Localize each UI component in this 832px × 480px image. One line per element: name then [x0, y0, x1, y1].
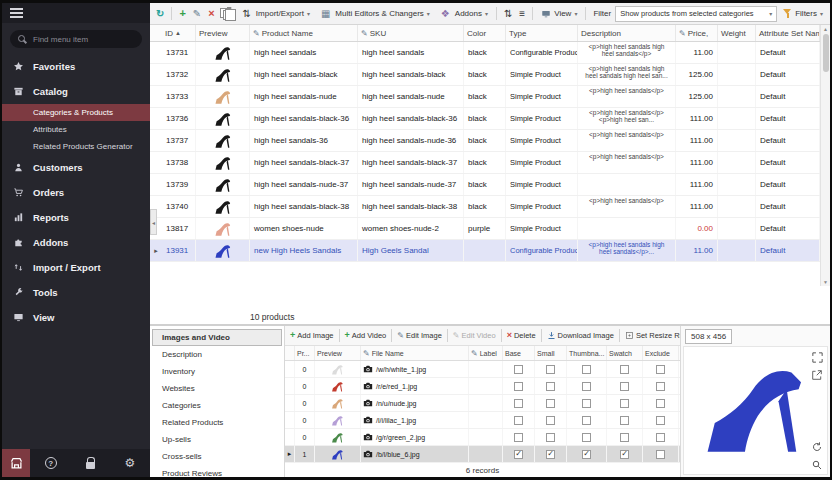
help-icon[interactable]: ? [45, 457, 57, 469]
delete-image-button[interactable]: ×Delete [505, 330, 538, 341]
column-header-thumbnail[interactable]: Thumbna... [567, 346, 607, 360]
image-row[interactable]: 0/w/h/white_1.jpg [285, 361, 680, 378]
product-row[interactable]: 13732high heel sandals-blackhigh heel sa… [150, 64, 830, 86]
sidebar-item-attributes[interactable]: Attributes [2, 121, 150, 138]
exclude-checkbox[interactable] [656, 450, 665, 459]
column-header-price[interactable]: ✎Price, [676, 25, 718, 41]
sidebar-item-import-export[interactable]: Import / Export [2, 255, 150, 280]
image-row[interactable]: 0/g/r/green_2.jpg [285, 429, 680, 446]
addons-menu[interactable]: ❖ Addons ▾ [436, 6, 491, 22]
product-row[interactable]: ▸13931new High Heels SandalsHigh Geels S… [150, 240, 830, 262]
small-checkbox[interactable]: ✓ [546, 450, 555, 459]
exclude-checkbox[interactable] [656, 433, 665, 442]
column-header-name[interactable]: ✎Product Name [250, 25, 358, 41]
base-checkbox[interactable]: ✓ [514, 450, 523, 459]
small-checkbox[interactable] [546, 399, 555, 408]
exclude-checkbox[interactable] [656, 399, 665, 408]
column-header-sku[interactable]: ✎SKU [358, 25, 464, 41]
column-header-swatch[interactable]: Swatch [607, 346, 643, 360]
exclude-checkbox[interactable] [656, 416, 665, 425]
thumbnail-checkbox[interactable]: ✓ [582, 450, 591, 459]
copy-button[interactable] [220, 8, 222, 20]
thumbnail-checkbox[interactable] [582, 365, 591, 374]
base-checkbox[interactable] [514, 365, 523, 374]
base-checkbox[interactable] [514, 382, 523, 391]
thumbnail-checkbox[interactable] [582, 382, 591, 391]
external-link-icon[interactable] [811, 367, 824, 380]
zoom-icon[interactable] [811, 457, 824, 470]
tab-cross-sells[interactable]: Cross-sells [152, 448, 282, 465]
tab-images-and-video[interactable]: Images and Video [152, 329, 282, 346]
product-row[interactable]: 13738high heel sandals-black-37high heel… [150, 152, 830, 174]
swatch-checkbox[interactable]: ✓ [620, 450, 629, 459]
tab-product-reviews[interactable]: Product Reviews [152, 465, 282, 480]
image-row[interactable]: 0/r/e/red_1.jpg [285, 378, 680, 395]
sidebar-item-customers[interactable]: Customers [2, 155, 150, 180]
product-row[interactable]: 13817women shoes-nudewomen shoes-nude-2p… [150, 218, 830, 240]
add-product-button[interactable]: + [177, 7, 187, 20]
paste-button[interactable] [225, 8, 227, 20]
product-row[interactable]: 13740high heel sandals-black-38high heel… [150, 196, 830, 218]
lock-icon[interactable] [86, 462, 95, 469]
column-header-weight[interactable]: Weight [718, 25, 756, 41]
set-resize-rule-button[interactable]: Set Resize Rule ▾ [623, 330, 680, 341]
swatch-checkbox[interactable] [620, 382, 629, 391]
edit-product-button[interactable]: ✎ [191, 8, 203, 20]
exclude-checkbox[interactable] [656, 382, 665, 391]
delete-product-button[interactable]: × [206, 7, 216, 20]
add-video-button[interactable]: +Add Video [343, 330, 389, 341]
filters-button[interactable]: Filters ▾ [780, 7, 826, 21]
swatch-checkbox[interactable] [620, 399, 629, 408]
resize-dimensions-field[interactable]: 508 x 456 [685, 329, 732, 344]
import-export-menu[interactable]: ⇅ Import/Export ▾ [237, 6, 312, 22]
exclude-checkbox[interactable] [656, 365, 665, 374]
sidebar-item-reports[interactable]: Reports [2, 205, 150, 230]
tab-description[interactable]: Description [152, 346, 282, 363]
column-header-preview[interactable]: Preview [315, 346, 361, 360]
column-header-attr[interactable]: Attribute Set Name [756, 25, 820, 41]
view-menu[interactable]: View ▾ [538, 7, 580, 21]
column-header-color[interactable]: Color [464, 25, 506, 41]
tab-inventory[interactable]: Inventory [152, 363, 282, 380]
product-row[interactable]: 13731high heel sandalshigh heel sandalsb… [150, 42, 830, 64]
download-image-button[interactable]: Download Image [545, 330, 616, 341]
rotate-icon[interactable] [811, 439, 824, 452]
small-checkbox[interactable] [546, 416, 555, 425]
small-checkbox[interactable] [546, 365, 555, 374]
columns-button[interactable]: ≡ [517, 8, 527, 20]
menu-icon[interactable] [10, 12, 23, 14]
refresh-button[interactable]: ↻ [154, 8, 166, 20]
store-icon[interactable] [2, 449, 30, 477]
thumbnail-checkbox[interactable] [582, 433, 591, 442]
scroll-up-icon[interactable]: ▲ [823, 26, 828, 32]
sidebar-item-addons[interactable]: Addons [2, 230, 150, 255]
thumbnail-checkbox[interactable] [582, 399, 591, 408]
products-scrollbar[interactable]: ▲ ▼ [820, 25, 830, 286]
product-row[interactable]: 13733high heel sandals-nudehigh heel san… [150, 86, 830, 108]
column-header-preview[interactable]: Preview [196, 25, 250, 41]
base-checkbox[interactable] [514, 416, 523, 425]
sidebar-item-favorites[interactable]: Favorites [2, 54, 150, 79]
image-row[interactable]: ▸1/b/l/blue_6.jpg✓✓✓✓ [285, 446, 680, 463]
column-header-type[interactable]: Type [506, 25, 578, 41]
column-header-small[interactable]: Small [535, 346, 567, 360]
column-header-base[interactable]: Base [503, 346, 535, 360]
small-checkbox[interactable] [546, 433, 555, 442]
sidebar-item-view[interactable]: View [2, 305, 150, 330]
base-checkbox[interactable] [514, 399, 523, 408]
sidebar-search-input[interactable]: Find menu item [10, 30, 142, 48]
tab-categories[interactable]: Categories [152, 397, 282, 414]
small-checkbox[interactable] [546, 382, 555, 391]
edit-video-button[interactable]: ✎Edit Video [451, 330, 498, 341]
swatch-checkbox[interactable] [620, 365, 629, 374]
column-header-exclude[interactable]: Exclude [643, 346, 679, 360]
tab-websites[interactable]: Websites [152, 380, 282, 397]
product-row[interactable]: 13739high heel sandals-nude-37high heel … [150, 174, 830, 196]
base-checkbox[interactable] [514, 433, 523, 442]
fullscreen-icon[interactable] [811, 350, 824, 363]
category-filter-select[interactable]: Show products from selected categories ▾ [615, 6, 777, 22]
sort-button[interactable]: ⇅ [502, 8, 514, 20]
edit-image-button[interactable]: ✎Edit Image [395, 330, 444, 341]
column-header-pr[interactable]: Pr... [295, 346, 315, 360]
sidebar-item-related-products-generator[interactable]: Related Products Generator [2, 138, 150, 155]
